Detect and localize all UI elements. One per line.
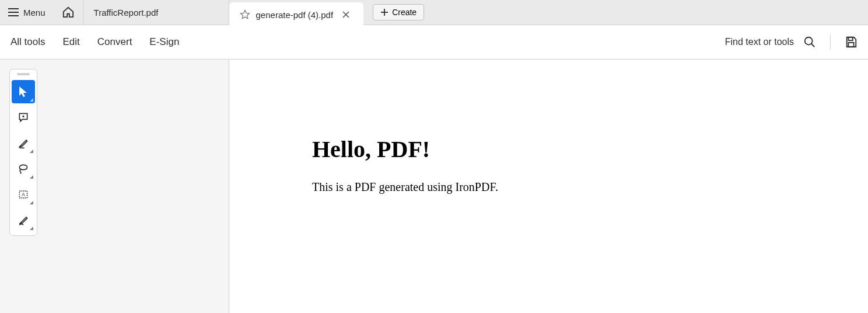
secondary-toolbar: All tools Edit Convert E-Sign Find text … xyxy=(0,25,868,60)
svg-point-14 xyxy=(19,165,27,169)
cursor-icon xyxy=(18,85,29,98)
pen-icon xyxy=(18,214,29,226)
palette-drag-handle[interactable] xyxy=(17,73,30,75)
highlight-tool[interactable] xyxy=(12,131,35,155)
comment-icon xyxy=(18,112,29,123)
create-label: Create xyxy=(392,8,416,17)
text-box-icon: A xyxy=(18,189,29,200)
tab-label: TrafficReport.pdf xyxy=(94,8,159,18)
close-icon xyxy=(342,11,349,18)
document-body: This is a PDF generated using IronPDF. xyxy=(312,180,868,194)
main-menu-button[interactable]: Menu xyxy=(0,0,54,25)
save-icon[interactable] xyxy=(845,36,858,48)
find-text-label[interactable]: Find text or tools xyxy=(725,37,794,47)
draw-tool[interactable] xyxy=(12,157,35,180)
tab-label: generate-pdf (4).pdf xyxy=(256,10,334,20)
text-box-tool[interactable]: A xyxy=(12,183,35,206)
home-button[interactable] xyxy=(54,0,83,25)
corner-mark xyxy=(30,201,33,204)
search-icon[interactable] xyxy=(803,36,816,48)
tab-bar: Menu TrafficReport.pdf generate-pdf (4).… xyxy=(0,0,868,25)
plus-icon xyxy=(380,8,388,16)
toolbar-all-tools[interactable]: All tools xyxy=(10,36,46,48)
svg-rect-0 xyxy=(8,8,19,9)
corner-mark xyxy=(30,98,33,102)
highlighter-icon xyxy=(18,137,29,149)
close-tab-button[interactable] xyxy=(339,10,353,19)
svg-line-8 xyxy=(811,44,815,47)
svg-rect-1 xyxy=(8,12,19,13)
tool-palette: A xyxy=(9,69,37,236)
toolbar-esign[interactable]: E-Sign xyxy=(149,36,179,48)
svg-rect-10 xyxy=(848,43,853,47)
tab-trafficreport[interactable]: TrafficReport.pdf xyxy=(83,0,229,25)
svg-rect-2 xyxy=(8,15,19,16)
pdf-page: Hello, PDF! This is a PDF generated usin… xyxy=(229,60,868,194)
sign-tool[interactable] xyxy=(12,208,35,232)
hamburger-icon xyxy=(8,8,19,16)
select-tool[interactable] xyxy=(12,80,35,103)
toolbar-convert[interactable]: Convert xyxy=(97,36,132,48)
star-icon xyxy=(240,9,250,20)
corner-mark xyxy=(30,227,33,230)
left-panel: A xyxy=(0,60,229,313)
tab-generate-pdf[interactable]: generate-pdf (4).pdf xyxy=(229,2,364,27)
svg-point-7 xyxy=(805,37,813,45)
svg-text:A: A xyxy=(22,192,25,197)
corner-mark xyxy=(30,175,33,179)
toolbar-edit[interactable]: Edit xyxy=(63,36,80,48)
tab-list: TrafficReport.pdf generate-pdf (4).pdf xyxy=(83,0,364,25)
comment-tool[interactable] xyxy=(12,106,35,129)
create-button[interactable]: Create xyxy=(373,4,424,20)
separator xyxy=(830,34,831,50)
svg-rect-9 xyxy=(848,37,852,41)
document-viewport[interactable]: Hello, PDF! This is a PDF generated usin… xyxy=(229,60,868,313)
lasso-icon xyxy=(18,163,29,175)
home-icon xyxy=(62,6,75,18)
document-heading: Hello, PDF! xyxy=(312,135,868,163)
main-menu-label: Menu xyxy=(23,8,46,18)
main-area: A Hello, PDF! This is a PDF generated us… xyxy=(0,60,868,313)
corner-mark xyxy=(30,149,33,153)
